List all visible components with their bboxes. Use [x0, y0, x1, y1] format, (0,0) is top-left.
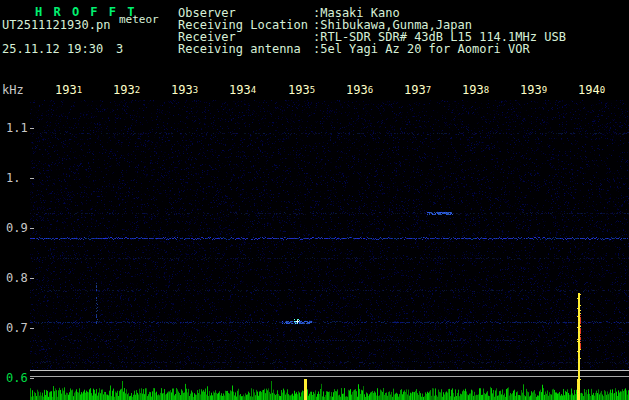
x-tick-base: 193 [462, 83, 484, 97]
hrofft-output: H R O F F T UT2511121930.pn meteor 25.11… [0, 0, 629, 400]
y-axis-unit: kHz [2, 84, 24, 96]
x-tick-1931: 1931 [55, 84, 82, 96]
y-tick-0_6: 0.6 [6, 372, 28, 384]
x-tick-1933: 1933 [171, 84, 198, 96]
x-tick-1936: 1936 [346, 84, 373, 96]
y-tick-1_0: 1. [6, 172, 20, 184]
x-tick-base: 193 [171, 83, 193, 97]
minute-counter: 3 [116, 43, 123, 55]
x-tick-base: 194 [578, 83, 600, 97]
x-tick-sub: 3 [193, 85, 198, 95]
x-tick-sub: 6 [368, 85, 373, 95]
x-tick-base: 193 [346, 83, 368, 97]
x-tick-sub: 2 [135, 85, 140, 95]
x-tick-sub: 7 [426, 85, 431, 95]
x-tick-base: 193 [229, 83, 251, 97]
x-tick-base: 193 [404, 83, 426, 97]
x-tick-sub: 0 [600, 85, 605, 95]
x-tick-base: 193 [520, 83, 542, 97]
filename: UT2511121930.pn [2, 19, 110, 31]
y-tick-1_1: 1.1 [6, 122, 28, 134]
x-tick-base: 193 [288, 83, 310, 97]
datetime: 25.11.12 19:30 [2, 43, 103, 55]
spectrogram-canvas [30, 100, 629, 400]
y-tick-0_8: 0.8 [6, 272, 28, 284]
x-tick-sub: 4 [251, 85, 256, 95]
x-tick-sub: 9 [542, 85, 547, 95]
x-tick-sub: 8 [484, 85, 489, 95]
x-tick-1938: 1938 [462, 84, 489, 96]
x-tick-1934: 1934 [229, 84, 256, 96]
x-tick-1940: 1940 [578, 84, 605, 96]
x-tick-sub: 5 [310, 85, 315, 95]
x-tick-1939: 1939 [520, 84, 547, 96]
x-tick-base: 193 [55, 83, 77, 97]
x-tick-1937: 1937 [404, 84, 431, 96]
meta-value-antenna: :5el Yagi Az 20 for Aomori VOR [313, 43, 530, 55]
mode-label: meteor [119, 14, 159, 26]
x-tick-1935: 1935 [288, 84, 315, 96]
y-tick-0_7: 0.7 [6, 322, 28, 334]
x-tick-1932: 1932 [113, 84, 140, 96]
y-tick-0_9: 0.9 [6, 222, 28, 234]
x-tick-sub: 1 [77, 85, 82, 95]
x-tick-base: 193 [113, 83, 135, 97]
meta-label-antenna: Receiving antenna [178, 43, 301, 55]
